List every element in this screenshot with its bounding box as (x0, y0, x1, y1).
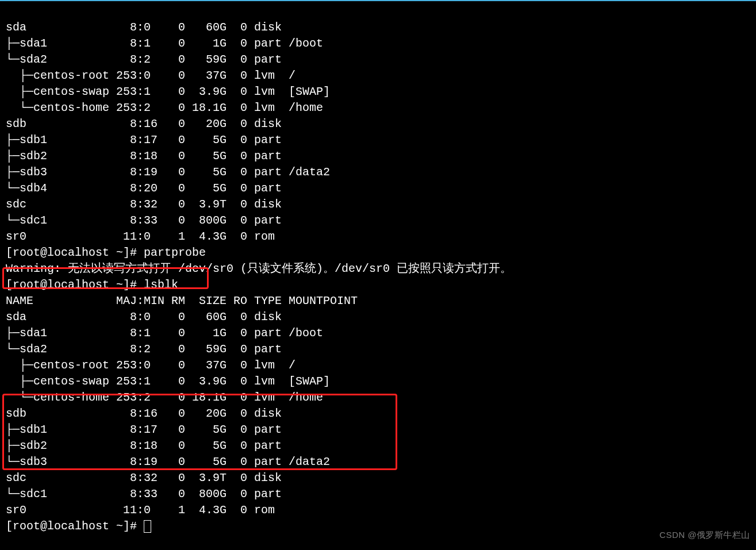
terminal-line: NAME MAJ:MIN RM SIZE RO TYPE MOUNTPOINT (6, 294, 358, 307)
terminal-prompt[interactable]: [root@localhost ~]# (6, 520, 151, 533)
terminal-line: sr0 11:0 1 4.3G 0 rom (6, 503, 289, 517)
terminal-line: └─sda2 8:2 0 59G 0 part (6, 343, 289, 356)
terminal-line: ├─sdb1 8:17 0 5G 0 part (6, 423, 289, 436)
terminal-line: ├─sda1 8:1 0 1G 0 part /boot (6, 37, 323, 50)
terminal-line: sda 8:0 0 60G 0 disk (6, 310, 289, 324)
terminal-line: ├─sdb1 8:17 0 5G 0 part (6, 133, 289, 147)
terminal-line: ├─centos-root 253:0 0 37G 0 lvm / (6, 69, 296, 82)
cursor-icon (144, 520, 151, 533)
terminal-line: sdb 8:16 0 20G 0 disk (6, 407, 289, 420)
prompt-text: [root@localhost ~]# (6, 520, 144, 533)
terminal-line: ├─centos-root 253:0 0 37G 0 lvm / (6, 359, 296, 372)
terminal-line: └─centos-home 253:2 0 18.1G 0 lvm /home (6, 391, 323, 404)
terminal-line: ├─centos-swap 253:1 0 3.9G 0 lvm [SWAP] (6, 85, 330, 98)
terminal-line: sdc 8:32 0 3.9T 0 disk (6, 198, 289, 211)
terminal-line: sr0 11:0 1 4.3G 0 rom (6, 230, 289, 243)
terminal-line: └─sdc1 8:33 0 800G 0 part (6, 487, 289, 501)
watermark-text: CSDN @俄罗斯牛栏山 (659, 527, 750, 543)
terminal-output: sda 8:0 0 60G 0 disk ├─sda1 8:1 0 1G 0 p… (0, 1, 756, 537)
terminal-line: └─sdc1 8:33 0 800G 0 part (6, 214, 289, 227)
terminal-line: [root@localhost ~]# partprobe (6, 246, 206, 259)
terminal-line: ├─sdb3 8:19 0 5G 0 part /data2 (6, 166, 330, 179)
terminal-line: └─sda2 8:2 0 59G 0 part (6, 53, 289, 66)
terminal-line: sdc 8:32 0 3.9T 0 disk (6, 471, 289, 484)
terminal-line: sdb 8:16 0 20G 0 disk (6, 117, 289, 130)
terminal-line: ├─sdb2 8:18 0 5G 0 part (6, 149, 289, 163)
terminal-line: ├─sdb2 8:18 0 5G 0 part (6, 439, 289, 452)
terminal-line: ├─sda1 8:1 0 1G 0 part /boot (6, 326, 323, 340)
terminal-line: └─sdb4 8:20 0 5G 0 part (6, 182, 289, 195)
terminal-line: [root@localhost ~]# lsblk (6, 278, 178, 291)
terminal-line: Warning: 无法以读写方式打开 /dev/sr0 (只读文件系统)。/de… (6, 262, 512, 275)
terminal-line: └─centos-home 253:2 0 18.1G 0 lvm /home (6, 101, 323, 114)
terminal-line: ├─centos-swap 253:1 0 3.9G 0 lvm [SWAP] (6, 375, 330, 388)
terminal-line: └─sdb3 8:19 0 5G 0 part /data2 (6, 455, 330, 468)
terminal-line: sda 8:0 0 60G 0 disk (6, 21, 289, 34)
